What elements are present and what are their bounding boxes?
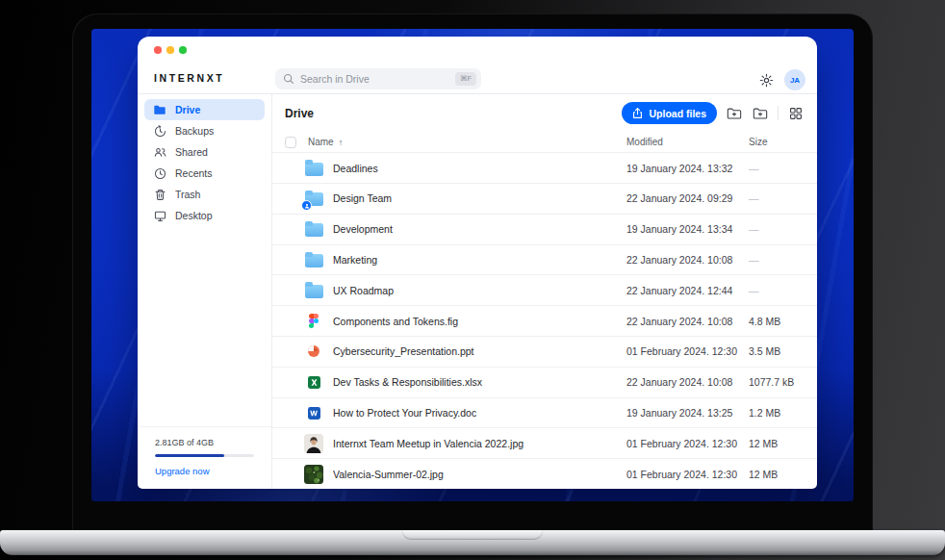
- file-name: Dev Tasks & Responsibilities.xlsx: [333, 376, 626, 388]
- sidebar-item-backups[interactable]: Backups: [144, 120, 265, 141]
- search-placeholder: Search in Drive: [300, 73, 449, 85]
- photo-thumbnail-green: [304, 465, 323, 484]
- clock-icon: [153, 166, 166, 180]
- select-all-checkbox[interactable]: [285, 137, 296, 148]
- file-list: Deadlines 19 January 2024. 13:32 — Desig…: [272, 152, 817, 489]
- table-row[interactable]: Development 19 January 2024. 13:34 —: [272, 214, 817, 244]
- file-name: Valencia-Summer-02.jpg: [333, 469, 626, 480]
- sidebar-item-drive[interactable]: Drive: [144, 99, 265, 120]
- trash-icon: [153, 188, 166, 201]
- new-folder-icon[interactable]: [752, 105, 769, 122]
- laptop-lid-notch: [402, 530, 543, 540]
- sidebar-item-label: Recents: [175, 167, 213, 179]
- column-header-size[interactable]: Size: [749, 137, 805, 147]
- file-modified: 19 January 2024. 13:25: [626, 407, 749, 419]
- sidebar-item-label: Backups: [175, 125, 214, 137]
- storage-usage-label: 2.81GB of 4GB: [155, 438, 254, 447]
- powerpoint-file-icon: [304, 342, 323, 361]
- column-header-modified[interactable]: Modified: [626, 137, 749, 147]
- internxt-logo: INTERNXT: [154, 72, 224, 84]
- search-input[interactable]: Search in Drive ⌘F: [275, 68, 481, 89]
- sidebar-item-trash[interactable]: Trash: [144, 184, 265, 205]
- file-modified: 22 January 2024. 10:08: [626, 254, 749, 266]
- file-size: —: [749, 223, 805, 235]
- drive-folder-icon: [153, 103, 166, 116]
- file-name: Internxt Team Meetup in Valencia 2022.jp…: [333, 438, 626, 449]
- file-name: Components and Tokens.fig: [333, 316, 626, 327]
- folder-icon: [304, 281, 323, 300]
- table-row[interactable]: How to Protect Your Privacy.doc 19 Janua…: [272, 397, 817, 428]
- zoom-window-button[interactable]: [179, 46, 187, 54]
- toolbar-controls: Upload files: [622, 102, 805, 124]
- sidebar-item-recents[interactable]: Recents: [144, 163, 265, 184]
- upload-folder-icon[interactable]: [726, 105, 743, 122]
- figma-file-icon: [304, 312, 323, 331]
- file-name: UX Roadmap: [333, 285, 626, 296]
- grid-view-icon[interactable]: [787, 105, 805, 122]
- file-modified: 01 February 2024. 12:30: [626, 469, 749, 480]
- table-row[interactable]: Deadlines 19 January 2024. 13:32 —: [272, 152, 817, 183]
- table-header: Name ↑ Modified Size: [272, 133, 817, 153]
- breadcrumb: Drive: [285, 107, 314, 120]
- file-modified: 22 January 2024. 10:08: [626, 316, 749, 327]
- file-modified: 22 January 2024. 12:44: [626, 285, 749, 296]
- file-name: Cybersecurity_Presentation.ppt: [333, 345, 626, 357]
- toolbar: Drive Upload files: [272, 94, 817, 133]
- file-size: —: [749, 163, 805, 174]
- file-name: Marketing: [333, 254, 626, 266]
- table-row[interactable]: Cybersecurity_Presentation.ppt 01 Februa…: [272, 336, 817, 367]
- file-modified: 01 February 2024. 12:30: [626, 345, 749, 357]
- sidebar: Drive Backups Shared Recents Trash Deskt…: [138, 94, 272, 489]
- window-header: INTERNXT Search in Drive ⌘F JA: [138, 37, 817, 94]
- minimize-window-button[interactable]: [166, 46, 174, 54]
- photo-thumbnail-person: [304, 434, 323, 453]
- file-size: —: [749, 285, 805, 296]
- sidebar-item-shared[interactable]: Shared: [144, 141, 265, 163]
- storage-section: 2.81GB of 4GB Upgrade now: [138, 426, 271, 490]
- page-background: INTERNXT Search in Drive ⌘F JA: [0, 0, 945, 560]
- file-modified: 19 January 2024. 13:34: [626, 223, 749, 235]
- file-modified: 22 January 2024. 10:08: [626, 376, 749, 388]
- table-row[interactable]: Internxt Team Meetup in Valencia 2022.jp…: [272, 427, 817, 458]
- upload-files-label: Upload files: [649, 108, 706, 119]
- sidebar-item-label: Desktop: [175, 210, 213, 221]
- table-row[interactable]: Components and Tokens.fig 22 January 202…: [272, 305, 817, 336]
- upload-files-button[interactable]: Upload files: [622, 102, 717, 124]
- table-row[interactable]: UX Roadmap 22 January 2024. 12:44 —: [272, 274, 817, 305]
- file-size: 1.2 MB: [749, 407, 805, 419]
- upgrade-now-link[interactable]: Upgrade now: [155, 466, 254, 476]
- shared-folder-icon: [304, 189, 323, 208]
- laptop-screen: INTERNXT Search in Drive ⌘F JA: [91, 29, 854, 501]
- table-row[interactable]: Dev Tasks & Responsibilities.xlsx 22 Jan…: [272, 367, 817, 397]
- settings-gear-icon[interactable]: [758, 72, 775, 89]
- column-header-name[interactable]: Name ↑: [308, 137, 626, 147]
- sidebar-nav: Drive Backups Shared Recents Trash Deskt…: [138, 94, 271, 226]
- sidebar-item-label: Trash: [175, 189, 200, 200]
- sidebar-item-desktop[interactable]: Desktop: [144, 205, 265, 226]
- select-all-cell: [285, 137, 308, 148]
- toolbar-divider: [778, 106, 779, 120]
- table-row[interactable]: Valencia-Summer-02.jpg 01 February 2024.…: [272, 458, 817, 489]
- laptop-base: [0, 530, 945, 555]
- file-modified: 22 January 2024. 09:29: [626, 192, 749, 204]
- account-avatar[interactable]: JA: [784, 69, 805, 90]
- sidebar-item-label: Shared: [175, 146, 208, 158]
- word-file-icon: [304, 403, 323, 422]
- folder-icon: [304, 250, 323, 269]
- shared-badge-icon: [301, 200, 312, 211]
- file-name: Deadlines: [333, 163, 626, 174]
- file-modified: 19 January 2024. 13:32: [626, 163, 749, 174]
- close-window-button[interactable]: [154, 46, 162, 54]
- folder-icon: [304, 219, 323, 239]
- backup-restore-clock-icon: [153, 124, 166, 138]
- file-size: —: [749, 192, 805, 204]
- internxt-app-window: INTERNXT Search in Drive ⌘F JA: [138, 37, 817, 489]
- table-row[interactable]: Design Team 22 January 2024. 09:29 —: [272, 183, 817, 214]
- table-row[interactable]: Marketing 22 January 2024. 10:08 —: [272, 244, 817, 275]
- laptop-shadow: [67, 556, 878, 560]
- file-size: 1077.7 kB: [749, 376, 805, 388]
- sort-ascending-icon: ↑: [339, 138, 344, 147]
- file-name: Development: [333, 223, 626, 235]
- file-size: 12 MB: [749, 438, 805, 449]
- name-column-label: Name: [308, 137, 334, 147]
